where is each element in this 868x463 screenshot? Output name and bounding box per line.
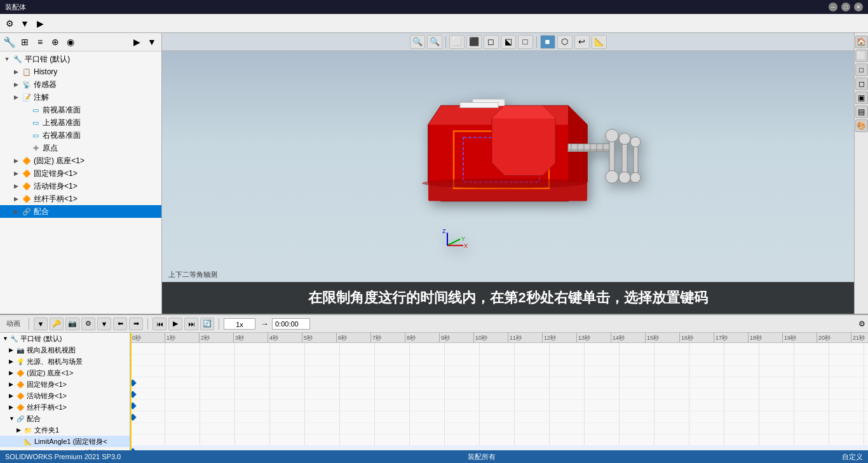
anim-tree-lights[interactable]: ▶ 💡 光源、相机与场景 <box>0 356 130 367</box>
timeline-row-fixed <box>130 389 868 400</box>
anim-col-btn[interactable]: ⬅ <box>113 318 127 330</box>
anim-expand-mate[interactable]: ▼ <box>9 415 17 422</box>
anim-col2-btn[interactable]: ➡ <box>129 318 143 330</box>
svg-point-25 <box>630 173 641 183</box>
rp-section-btn[interactable]: ▣ <box>855 91 868 104</box>
vp-shaded-btn[interactable]: ■ <box>540 35 555 49</box>
timeline-row-active <box>130 400 868 412</box>
tree-item-sensors[interactable]: ▶ 📡 传感器 <box>0 78 161 91</box>
tree-item-mate[interactable]: ▶ 🔗 配合 <box>0 205 161 218</box>
rp-view3-btn[interactable]: ◻ <box>855 77 868 90</box>
anim-play-btn[interactable]: ▶ <box>168 318 182 330</box>
close-button[interactable]: ✕ <box>854 3 863 11</box>
maximize-button[interactable]: □ <box>841 3 850 11</box>
anim-time-field[interactable]: 0:00:00 <box>272 318 310 330</box>
anim-expand-base[interactable]: ▶ <box>9 370 17 376</box>
expand-fixed-base[interactable]: ▶ <box>11 156 20 165</box>
vp-box1-btn[interactable]: ⬜ <box>449 35 465 49</box>
tree-item-top-plane[interactable]: ▶ ▭ 上视基准面 <box>0 116 161 129</box>
lp-icon-more[interactable]: ▶ <box>130 35 144 49</box>
vp-box4-btn[interactable]: ⬕ <box>501 35 516 49</box>
anim-settings-icon[interactable]: ⚙ <box>858 319 865 328</box>
anim-expand-screw[interactable]: ▶ <box>9 404 17 410</box>
feature-tree: ▼ 🔧 平口钳 (默认) ▶ 📋 History ▶ 📡 传感器 <box>0 51 161 314</box>
expand-active-body[interactable]: ▶ <box>11 182 20 191</box>
anim-forward-btn[interactable]: ⏭ <box>184 318 198 330</box>
tree-item-origin[interactable]: ▶ ✚ 原点 <box>0 142 161 154</box>
anim-filter-btn[interactable]: ▼ <box>34 318 48 330</box>
lp-icon-grid[interactable]: ⊞ <box>18 35 32 49</box>
expand-notes[interactable]: ▶ <box>11 93 20 102</box>
tree-item-fixed-body[interactable]: ▶ 🔶 固定钳身<1> <box>0 167 161 180</box>
expand-root[interactable]: ▼ <box>3 55 11 64</box>
expand-sensors[interactable]: ▶ <box>11 80 20 89</box>
toolbar-icon-settings[interactable]: ⚙ <box>3 17 17 30</box>
bottom-annotation: 在限制角度这行的时间线内，在第2秒处右键单击，选择放置键码 <box>162 282 854 314</box>
vp-edges-btn[interactable]: ⬡ <box>557 35 573 49</box>
anim-icon-screw: 🔶 <box>17 404 25 411</box>
toolbar-icon-filter[interactable]: ▼ <box>18 17 32 30</box>
lp-icon-component[interactable]: 🔧 <box>3 35 17 49</box>
tree-item-active-body[interactable]: ▶ 🔶 活动钳身<1> <box>0 180 161 192</box>
timeline-playhead[interactable] <box>130 343 132 450</box>
animation-speed[interactable]: 1x <box>224 318 255 330</box>
vp-box3-btn[interactable]: ◻ <box>484 35 499 49</box>
icon-fixed-body: 🔶 <box>22 168 32 178</box>
vp-search2-btn[interactable]: 🔍 <box>427 35 442 49</box>
expand-history[interactable]: ▶ <box>11 67 20 76</box>
anim-loop-btn[interactable]: 🔄 <box>200 318 214 330</box>
tree-item-history[interactable]: ▶ 📋 History <box>0 65 161 78</box>
anim-tree-fixed[interactable]: ▶ 🔶 固定钳身<1> <box>0 379 130 390</box>
lp-icon-target[interactable]: ⊕ <box>48 35 62 49</box>
rp-view1-btn[interactable]: ⬜ <box>855 50 868 62</box>
anim-expand-root[interactable]: ▼ <box>3 335 10 342</box>
rp-home-btn[interactable]: 🏠 <box>855 36 868 48</box>
anim-expand-folder[interactable]: ▶ <box>17 427 24 433</box>
vp-measure-btn[interactable]: 📐 <box>592 35 607 49</box>
rp-display-btn[interactable]: ▤ <box>855 105 868 118</box>
toolbar-icon-expand[interactable]: ▶ <box>33 17 47 30</box>
tree-item-screw[interactable]: ▶ 🔶 丝杆手柄<1> <box>0 192 161 205</box>
time-indicator[interactable] <box>130 333 132 342</box>
vp-rotate-btn[interactable]: ↩ <box>574 35 590 49</box>
anim-expand-camera[interactable]: ▶ <box>9 347 17 353</box>
tree-item-right-plane[interactable]: ▶ ▭ 右视基准面 <box>0 129 161 142</box>
anim-tree-mate[interactable]: ▼ 🔗 配合 <box>0 413 130 424</box>
anim-expand-fixed[interactable]: ▶ <box>9 381 17 387</box>
tree-item-root[interactable]: ▼ 🔧 平口钳 (默认) <box>0 53 161 65</box>
anim-tree-camera-view[interactable]: ▶ 📷 视向及相机视图 <box>0 344 130 356</box>
anim-expand-lights[interactable]: ▶ <box>9 358 17 365</box>
anim-tree-limit-angle[interactable]: ▶ 📐 LimitAngle1 (固定钳身< <box>0 436 130 447</box>
timeline-row-root <box>130 343 868 354</box>
viewport: 🔍 🔍 ⬜ ⬛ ◻ ⬕ □ ■ ⬡ ↩ 📐 <box>162 33 854 314</box>
tree-item-fixed-base[interactable]: ▶ 🔶 (固定) 底座<1> <box>0 154 161 167</box>
lp-icon-globe[interactable]: ◉ <box>64 35 78 49</box>
rp-view2-btn[interactable]: □ <box>855 64 868 76</box>
anim-filter2-btn[interactable]: ⚙ <box>81 318 95 330</box>
rp-appearance-btn[interactable]: 🎨 <box>855 119 868 132</box>
vp-search-btn[interactable]: 🔍 <box>410 35 425 49</box>
lp-icon-layers[interactable]: ≡ <box>33 35 47 49</box>
window-controls: ─ □ ✕ <box>829 3 863 11</box>
anim-tree-folder[interactable]: ▶ 📁 文件夹1 <box>0 424 130 436</box>
tree-item-notes[interactable]: ▶ 📝 注解 <box>0 91 161 104</box>
anim-tree-screw[interactable]: ▶ 🔶 丝杆手柄<1> <box>0 401 130 413</box>
minimize-button[interactable]: ─ <box>829 3 837 11</box>
anim-tree-root[interactable]: ▼ 🔧 平口钳 (默认) <box>0 333 130 344</box>
anim-track-filter-btn[interactable]: ▼ <box>97 318 111 330</box>
anim-rewind-btn[interactable]: ⏮ <box>153 318 166 330</box>
tick-6: 6秒 <box>336 333 347 343</box>
tree-item-front-plane[interactable]: ▶ ▭ 前视基准面 <box>0 104 161 116</box>
expand-mate[interactable]: ▶ <box>11 207 20 216</box>
anim-tree-base[interactable]: ▶ 🔶 (固定) 底座<1> <box>0 367 130 379</box>
expand-fixed-body[interactable]: ▶ <box>11 169 20 178</box>
anim-expand-active[interactable]: ▶ <box>9 393 17 399</box>
anim-tree-active[interactable]: ▶ 🔶 活动钳身<1> <box>0 390 130 401</box>
anim-key-btn[interactable]: 🔑 <box>50 318 64 330</box>
vp-box5-btn[interactable]: □ <box>518 35 533 49</box>
tick-7: 7秒 <box>370 333 381 343</box>
vp-box2-btn[interactable]: ⬛ <box>466 35 482 49</box>
lp-icon-filter[interactable]: ▼ <box>145 35 159 49</box>
anim-camera-btn[interactable]: 📷 <box>65 318 79 330</box>
expand-screw[interactable]: ▶ <box>11 194 20 203</box>
